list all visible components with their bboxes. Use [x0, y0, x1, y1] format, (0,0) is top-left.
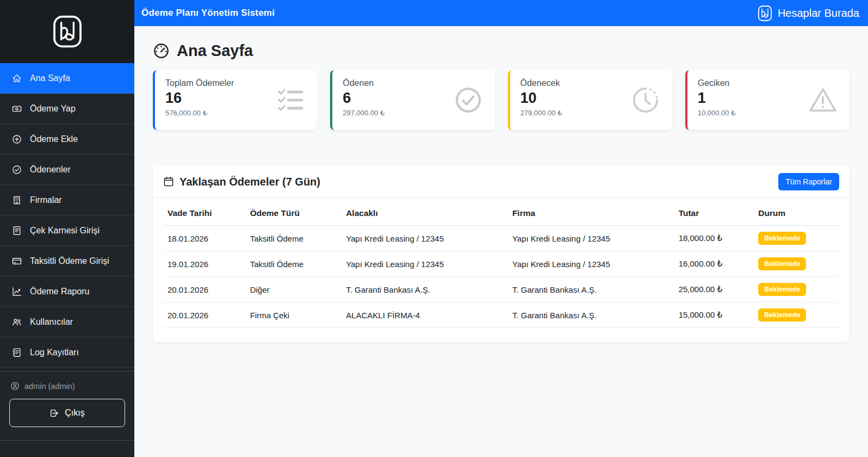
cell-type: Taksitli Ödeme [246, 226, 342, 251]
sidebar-item-ana-sayfa[interactable]: Ana Sayfa [0, 63, 134, 94]
cell-type: Taksitli Ödeme [246, 251, 342, 277]
stats-row: Toplam Ödemeler 16 576,000.00 ₺ Ödenen 6… [153, 70, 850, 130]
cell-creditor: T. Garanti Bankası A.Ş. [342, 277, 508, 302]
sidebar-logo-block [0, 0, 134, 63]
sidebar-item-ödeme-yap[interactable]: Ödeme Yap [0, 94, 134, 124]
building-icon [12, 195, 22, 205]
content: Ana Sayfa Toplam Ödemeler 16 576,000.00 … [134, 26, 868, 342]
check-circle-icon [12, 165, 22, 175]
column-header: Vade Tarihi [163, 201, 246, 226]
stat-card-ödenen: Ödenen 6 297,000.00 ₺ [330, 70, 494, 130]
sidebar-item-label: Ödeme Ekle [30, 134, 78, 144]
brand: Hesaplar Burada [757, 5, 859, 22]
speedometer-icon [153, 42, 170, 59]
table-row: 20.01.2026 Firma Çeki ALACAKLI FİRMA-4 T… [163, 302, 839, 328]
column-header: Alacaklı [342, 201, 508, 226]
sidebar-item-label: Ana Sayfa [30, 73, 70, 83]
journal-icon [12, 226, 22, 236]
status-badge: Beklemede [758, 283, 806, 296]
column-header: Firma [508, 201, 674, 226]
logout-icon [49, 409, 59, 418]
table-row: 18.01.2026 Taksitli Ödeme Yapı Kredi Lea… [163, 226, 839, 251]
cell-date: 20.01.2026 [163, 277, 246, 302]
page-title: Ana Sayfa [177, 42, 253, 60]
brand-name: Hesaplar Burada [778, 7, 859, 20]
cell-creditor: Yapı Kredi Leasing / 12345 [342, 226, 508, 251]
sidebar-item-taksitli-ödeme-girişi[interactable]: Taksitli Ödeme Girişi [0, 246, 134, 276]
calendar-icon [163, 176, 174, 187]
sidebar-item-label: Ödeme Raporu [30, 287, 89, 297]
upcoming-payments-table: Vade TarihiÖdeme TürüAlacaklıFirmaTutarD… [163, 201, 839, 328]
cell-company: Yapı Kredi Leasing / 12345 [508, 226, 674, 251]
stat-card-toplam-ödemeler: Toplam Ödemeler 16 576,000.00 ₺ [153, 70, 317, 130]
status-badge: Beklemede [758, 257, 806, 270]
upcoming-payments-title-row: Yaklaşan Ödemeler (7 Gün) [163, 176, 320, 188]
log-icon [12, 348, 22, 357]
cell-date: 20.01.2026 [163, 302, 246, 328]
cell-date: 19.01.2026 [163, 251, 246, 277]
current-user: admin (admin) [9, 381, 125, 391]
logout-button[interactable]: Çıkış [9, 399, 125, 427]
graph-icon [12, 287, 22, 297]
sidebar-item-label: Firmalar [30, 195, 62, 205]
sidebar-item-ödeme-ekle[interactable]: Ödeme Ekle [0, 124, 134, 155]
sidebar-bottom-space [0, 441, 134, 457]
person-circle-icon [10, 381, 20, 391]
sidebar-item-label: Çek Karnesi Girişi [30, 226, 100, 236]
check-circle-icon [454, 85, 483, 115]
current-user-label: admin (admin) [24, 382, 75, 391]
cell-amount: 15,000.00 ₺ [674, 302, 754, 328]
column-header: Tutar [674, 201, 754, 226]
hb-logo-icon [50, 14, 85, 49]
sidebar-user-block: admin (admin) Çıkış [0, 371, 134, 441]
cell-amount: 16,000.00 ₺ [674, 251, 754, 277]
cell-creditor: ALACAKLI FİRMA-4 [342, 302, 508, 328]
top-bar: Ödeme Planı Yönetim Sistemi Hesaplar Bur… [134, 0, 868, 26]
status-badge: Beklemede [758, 308, 806, 322]
people-icon [12, 317, 22, 327]
table-row: 19.01.2026 Taksitli Ödeme Yapı Kredi Lea… [163, 251, 839, 277]
list-check-icon [276, 85, 305, 115]
cell-company: T. Garanti Bankası A.Ş. [508, 277, 674, 302]
app-title: Ödeme Planı Yönetim Sistemi [141, 8, 275, 18]
cell-company: T. Garanti Bankası A.Ş. [508, 302, 674, 328]
upcoming-payments-table-wrap: Vade TarihiÖdeme TürüAlacaklıFirmaTutarD… [153, 198, 850, 328]
stat-card-geciken: Geciken 1 10,000.00 ₺ [685, 70, 850, 130]
house-icon [12, 73, 22, 83]
cell-company: Yapı Kredi Leasing / 12345 [508, 251, 674, 277]
sidebar-item-log-kayıtları[interactable]: Log Kayıtları [0, 337, 134, 368]
cell-date: 18.01.2026 [163, 226, 246, 251]
clock-icon [631, 85, 660, 115]
stat-card-ödenecek: Ödenecek 10 279,000.00 ₺ [508, 70, 672, 130]
sidebar-item-firmalar[interactable]: Firmalar [0, 185, 134, 215]
table-header-row: Vade TarihiÖdeme TürüAlacaklıFirmaTutarD… [163, 201, 839, 226]
column-header: Ödeme Türü [246, 201, 342, 226]
main-area: Ödeme Planı Yönetim Sistemi Hesaplar Bur… [134, 0, 868, 457]
page-title-row: Ana Sayfa [153, 42, 850, 60]
upcoming-payments-card: Yaklaşan Ödemeler (7 Gün) Tüm Raporlar V… [153, 166, 850, 342]
logout-label: Çıkış [65, 408, 84, 418]
table-row: 20.01.2026 Diğer T. Garanti Bankası A.Ş.… [163, 277, 839, 302]
sidebar-item-label: Ödeme Yap [30, 104, 76, 114]
cell-creditor: Yapı Kredi Leasing / 12345 [342, 251, 508, 277]
upcoming-payments-header: Yaklaşan Ödemeler (7 Gün) Tüm Raporlar [153, 166, 850, 198]
cell-type: Diğer [246, 277, 342, 302]
sidebar-item-çek-karnesi-girişi[interactable]: Çek Karnesi Girişi [0, 215, 134, 246]
sidebar-item-ödenenler[interactable]: Ödenenler [0, 155, 134, 185]
cash-icon [12, 104, 22, 114]
sidebar: Ana Sayfa Ödeme Yap Ödeme Ekle Ödenenler… [0, 0, 134, 457]
sidebar-item-label: Ödenenler [30, 165, 71, 175]
hb-logo-icon [757, 5, 773, 22]
column-header: Durum [754, 201, 839, 226]
sidebar-item-kullanıcılar[interactable]: Kullanıcılar [0, 307, 134, 337]
all-reports-button[interactable]: Tüm Raporlar [778, 173, 839, 190]
upcoming-payments-title: Yaklaşan Ödemeler (7 Gün) [179, 176, 320, 188]
sidebar-item-label: Taksitli Ödeme Girişi [30, 256, 109, 266]
cell-type: Firma Çeki [246, 302, 342, 328]
cell-amount: 25,000.00 ₺ [674, 277, 754, 302]
warning-icon [808, 85, 838, 115]
sidebar-item-ödeme-raporu[interactable]: Ödeme Raporu [0, 276, 134, 307]
credit-card-icon [12, 256, 22, 266]
sidebar-item-label: Log Kayıtları [30, 348, 79, 357]
sidebar-nav: Ana Sayfa Ödeme Yap Ödeme Ekle Ödenenler… [0, 63, 134, 368]
